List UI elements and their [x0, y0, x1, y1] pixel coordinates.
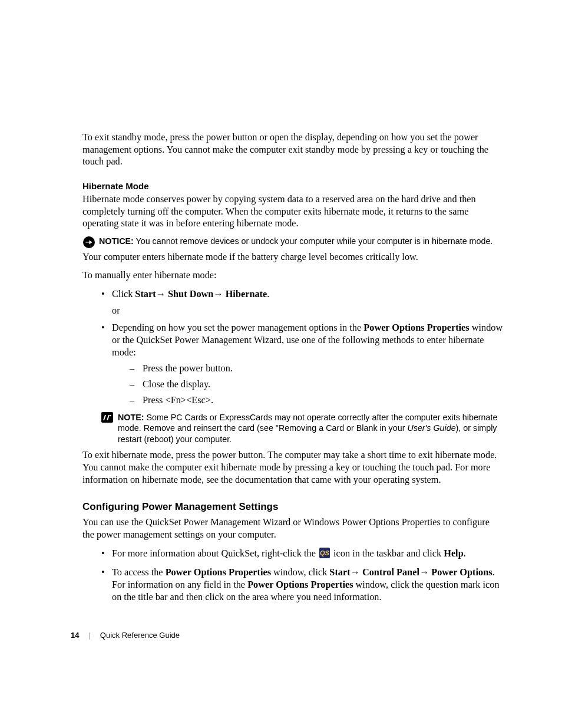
text-fragment: .: [464, 548, 466, 559]
bullet-quickset-info: For more information about QuickSet, rig…: [101, 547, 503, 561]
svg-rect-1: [101, 412, 113, 423]
bold-control-panel: Control Panel: [362, 566, 419, 578]
notice-icon: [82, 236, 99, 249]
arrow-icon: →: [213, 288, 225, 299]
dash-list: Press the power button. Close the displa…: [112, 362, 503, 407]
subhead-hibernate-mode: Hibernate Mode: [82, 181, 503, 191]
page-footer: 14 | Quick Reference Guide: [71, 631, 180, 640]
note-text: NOTE: Some PC Cards or ExpressCards may …: [118, 412, 503, 445]
quickset-icon: QS: [319, 548, 330, 561]
para-config-intro: You can use the QuickSet Power Managemen…: [82, 516, 503, 541]
bold-power-options: Power Options: [431, 566, 492, 578]
bold-power-options-props: Power Options Properties: [166, 566, 271, 578]
para-exit-standby: To exit standby mode, press the power bu…: [82, 131, 503, 168]
text-fragment: Depending on how you set the power manag…: [112, 322, 363, 333]
svg-text:QS: QS: [320, 549, 330, 556]
bullet-access-power-options: To access the Power Options Properties w…: [101, 566, 503, 604]
para-hibernate-desc: Hibernate mode conserves power by copyin…: [82, 193, 503, 230]
note-callout: NOTE: Some PC Cards or ExpressCards may …: [82, 412, 503, 445]
text-fragment: To access the: [112, 566, 166, 578]
document-page: To exit standby mode, press the power bu…: [0, 0, 562, 728]
text-fragment: .: [267, 288, 269, 299]
text-fragment: Click: [112, 288, 135, 299]
bullet-list-depending: Depending on how you set the power manag…: [82, 321, 503, 407]
or-text: or: [112, 305, 503, 317]
note-label: NOTE:: [118, 413, 144, 422]
text-fragment: For more information about QuickSet, rig…: [112, 548, 318, 559]
arrow-icon: →: [419, 566, 431, 578]
bold-help: Help: [444, 548, 463, 559]
note-icon: [101, 412, 118, 423]
section-config-settings: Configuring Power Management Settings: [82, 501, 503, 513]
footer-title: Quick Reference Guide: [100, 631, 180, 640]
dash-close-display: Close the display.: [130, 378, 503, 391]
notice-callout: NOTICE: You cannot remove devices or und…: [82, 236, 503, 249]
bold-start: Start: [329, 566, 350, 578]
para-exit-hibernate: To exit hibernate mode, press the power …: [82, 449, 503, 486]
text-fragment: icon in the taskbar and click: [331, 548, 444, 559]
bold-power-options-props-2: Power Options Properties: [247, 579, 353, 590]
bold-hibernate: Hibernate: [226, 288, 267, 299]
bullet-list-config: For more information about QuickSet, rig…: [82, 547, 503, 604]
bullet-depending: Depending on how you set the power manag…: [101, 321, 503, 407]
bold-power-options: Power Options Properties: [363, 322, 469, 333]
bullet-list-hibernate: Click Start→ Shut Down→ Hibernate.: [82, 288, 503, 300]
footer-divider: |: [88, 631, 90, 640]
para-enters-hibernate: Your computer enters hibernate mode if t…: [82, 251, 503, 263]
dash-press-fn-esc: Press <Fn><Esc>.: [130, 394, 503, 407]
arrow-icon: →: [351, 566, 362, 578]
notice-body: You cannot remove devices or undock your…: [134, 236, 493, 246]
dash-press-power: Press the power button.: [130, 362, 503, 375]
para-manual-enter: To manually enter hibernate mode:: [82, 269, 503, 282]
notice-label: NOTICE:: [99, 236, 134, 246]
bullet-click-start: Click Start→ Shut Down→ Hibernate.: [101, 288, 503, 300]
notice-text: NOTICE: You cannot remove devices or und…: [99, 236, 503, 247]
arrow-icon: →: [156, 288, 168, 299]
text-fragment: window, click: [271, 566, 329, 578]
note-italic: User's Guide: [407, 423, 455, 433]
svg-point-2: [110, 414, 111, 416]
bold-start: Start: [135, 288, 156, 299]
page-number: 14: [71, 631, 79, 640]
bold-shutdown: Shut Down: [168, 288, 213, 299]
